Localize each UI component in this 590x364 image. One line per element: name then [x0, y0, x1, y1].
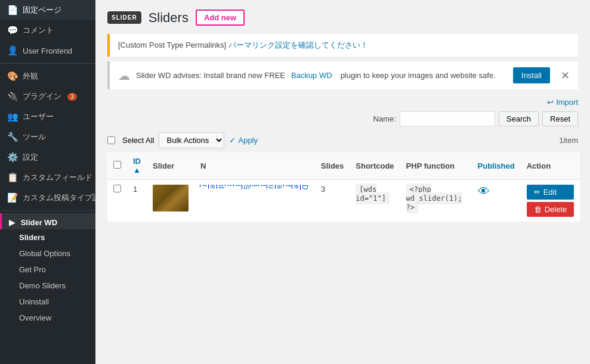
- reset-button[interactable]: Reset: [542, 111, 578, 126]
- user-frontend-icon: 👤: [7, 45, 18, 56]
- row-shortcode: [wds id="1"]: [350, 180, 400, 222]
- main-content: SLIDER Sliders Add new [Custom Post Type…: [95, 0, 590, 364]
- comments-icon: 💬: [7, 25, 18, 36]
- search-button[interactable]: Search: [499, 111, 539, 126]
- bulk-actions-select[interactable]: Bulk Actions: [159, 132, 224, 148]
- permalink-link[interactable]: パーマリンク設定を確認してください！: [228, 41, 368, 49]
- close-notice-button[interactable]: ✕: [561, 69, 570, 82]
- sidebar-item-users[interactable]: 👥 ユーザー: [0, 107, 95, 127]
- th-slides: Slides: [315, 152, 350, 180]
- sidebar-sub-item-uninstall[interactable]: Uninstall: [0, 294, 95, 310]
- permalink-prefix: [Custom Post Type Permalinks]: [118, 41, 226, 49]
- sidebar-item-custom-post[interactable]: 📝 カスタム投稿タイプ設定: [0, 188, 95, 208]
- row-actions: ✏ Edit 🗑 Delete: [521, 180, 580, 222]
- row-checkbox[interactable]: [113, 185, 121, 192]
- row-published: 👁: [472, 180, 521, 222]
- apply-button[interactable]: ✓ Apply: [229, 136, 258, 145]
- sidebar-item-fixed-page[interactable]: 📄 固定ページ: [0, 0, 95, 20]
- sidebar-item-appearance[interactable]: 🎨 外観: [0, 66, 95, 86]
- sidebar-item-user-frontend[interactable]: 👤 User Frontend: [0, 41, 95, 61]
- plugins-icon: 🔌: [7, 91, 18, 102]
- sidebar-sub-item-global-options[interactable]: Global Options: [0, 245, 95, 262]
- slider-wd-logo: SLIDER: [107, 11, 141, 24]
- sidebar-item-custom-fields[interactable]: 📋 カスタムフィールド: [0, 167, 95, 188]
- row-name-cell: DefaultSlider: [194, 180, 315, 222]
- th-id: ID ▲: [127, 152, 147, 180]
- sliders-table: ID ▲ Slider N Slides Shortcode PHP funct…: [107, 152, 580, 222]
- import-icon: ↩: [547, 98, 554, 107]
- bulk-actions-row: Select All Bulk Actions ✓ Apply 1item: [107, 132, 578, 148]
- table-header: ID ▲ Slider N Slides Shortcode PHP funct…: [107, 152, 580, 180]
- custom-post-icon: 📝: [7, 192, 18, 203]
- th-published: Published: [472, 152, 521, 180]
- sidebar: 📄 固定ページ 💬 コメント 👤 User Frontend 🎨 外観 🔌 プラ…: [0, 0, 95, 364]
- row-id: 1: [127, 180, 147, 222]
- fixed-page-icon: 📄: [7, 5, 18, 15]
- custom-fields-icon: 📋: [7, 172, 18, 183]
- th-select-all[interactable]: [113, 161, 121, 169]
- page-header: SLIDER Sliders Add new: [107, 10, 578, 26]
- sidebar-item-comments[interactable]: 💬 コメント: [0, 20, 95, 41]
- delete-button[interactable]: 🗑 Delete: [527, 202, 574, 217]
- sidebar-sub-item-demo-sliders[interactable]: Demo Sliders: [0, 278, 95, 294]
- add-new-button[interactable]: Add new: [196, 10, 245, 26]
- item-count: 1item: [559, 136, 578, 145]
- row-checkbox-cell: [107, 180, 127, 222]
- backup-text-before: Slider WD advises: Install brand new FRE…: [136, 71, 285, 80]
- slider-thumbnail: [153, 185, 189, 211]
- slider-wd-icon: ▶: [9, 218, 15, 227]
- sidebar-divider-1: [0, 63, 95, 64]
- cloud-icon: ☁: [118, 69, 130, 83]
- settings-icon: ⚙️: [7, 152, 18, 163]
- delete-icon: 🗑: [534, 205, 542, 214]
- shortcode-value: [wds id="1"]: [356, 183, 390, 204]
- permalink-notice: [Custom Post Type Permalinks] パーマリンク設定を確…: [107, 34, 578, 57]
- row-slides: 3: [315, 180, 350, 222]
- backup-wd-link[interactable]: Backup WD: [291, 71, 332, 80]
- apply-checkmark-icon: ✓: [229, 136, 236, 145]
- edit-button[interactable]: ✏ Edit: [527, 185, 574, 200]
- sidebar-sub-item-overview[interactable]: Overview: [0, 310, 95, 326]
- plugins-badge: 3: [67, 93, 77, 101]
- tools-icon: 🔧: [7, 132, 18, 142]
- table-body: 1 DefaultSlider 3 [wds id="1"]: [107, 180, 580, 222]
- install-button[interactable]: Install: [513, 67, 550, 83]
- row-name-link[interactable]: DefaultSlider: [200, 185, 309, 190]
- th-php-function: PHP function: [400, 152, 472, 180]
- backup-notice: ☁ Slider WD advises: Install brand new F…: [107, 61, 578, 89]
- table-row: 1 DefaultSlider 3 [wds id="1"]: [107, 180, 580, 222]
- th-checkbox: [107, 152, 127, 180]
- th-slider: Slider: [147, 152, 194, 180]
- search-row: Name: Search Reset: [107, 111, 578, 126]
- sidebar-sub-item-sliders[interactable]: Sliders: [0, 229, 95, 245]
- users-icon: 👥: [7, 111, 18, 122]
- php-function-value: <?php wd_slider(1); ?>: [406, 183, 462, 213]
- sidebar-item-plugins[interactable]: 🔌 プラグイン 3: [0, 86, 95, 107]
- row-slider-thumbnail-cell: [147, 180, 194, 222]
- sidebar-item-slider-wd[interactable]: ▶ Slider WD: [0, 213, 95, 229]
- sidebar-divider-2: [0, 210, 95, 211]
- action-buttons: ✏ Edit 🗑 Delete: [527, 185, 574, 217]
- search-input[interactable]: [400, 111, 495, 126]
- th-action: Action: [521, 152, 580, 180]
- select-all-label: Select All: [122, 136, 154, 145]
- sidebar-sub-item-get-pro[interactable]: Get Pro: [0, 262, 95, 278]
- slider-name: DefaultSlider: [200, 185, 309, 190]
- search-name-label: Name:: [373, 114, 396, 123]
- sidebar-item-tools[interactable]: 🔧 ツール: [0, 127, 95, 147]
- import-button[interactable]: ↩ Import: [547, 98, 578, 107]
- thumbnail-wood-image: [153, 185, 189, 211]
- toolbar: ↩ Import: [107, 98, 578, 107]
- appearance-icon: 🎨: [7, 71, 18, 82]
- edit-icon: ✏: [534, 188, 540, 197]
- th-id-link[interactable]: ID ▲: [133, 157, 141, 175]
- published-eye-icon[interactable]: 👁: [478, 185, 490, 198]
- select-all-checkbox[interactable]: [107, 136, 115, 144]
- backup-text-after: plugin to keep your images and website s…: [341, 71, 496, 80]
- sidebar-item-settings[interactable]: ⚙️ 設定: [0, 147, 95, 167]
- th-shortcode: Shortcode: [350, 152, 400, 180]
- row-php-function: <?php wd_slider(1); ?>: [400, 180, 472, 222]
- th-name: N: [194, 152, 315, 180]
- page-title: Sliders: [149, 10, 189, 26]
